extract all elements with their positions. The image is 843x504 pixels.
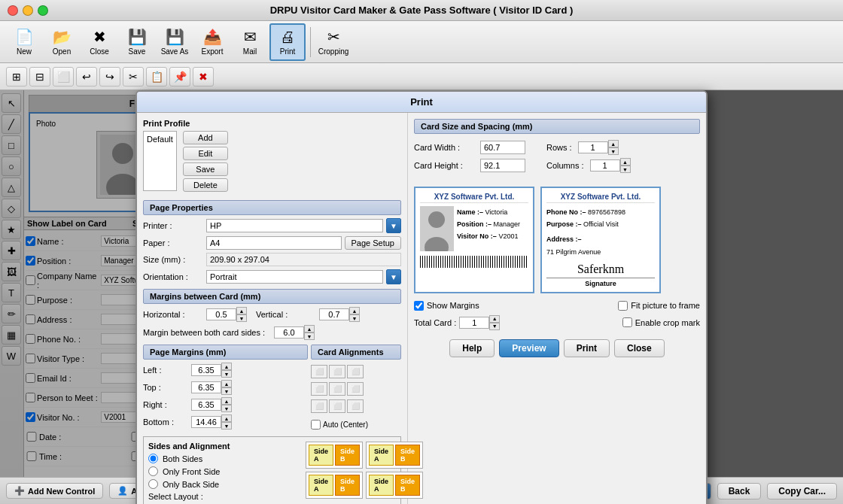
print-button[interactable]: 🖨 Print xyxy=(269,23,306,61)
fit-picture-check[interactable] xyxy=(618,301,628,311)
printer-input[interactable] xyxy=(206,219,383,232)
columns-up[interactable]: ▲ xyxy=(620,158,631,165)
redo-btn[interactable]: ↪ xyxy=(99,67,120,87)
top-down[interactable]: ▼ xyxy=(221,387,232,395)
delete-profile-btn[interactable]: Delete xyxy=(183,178,228,192)
vertical-down[interactable]: ▼ xyxy=(349,314,360,322)
printer-label: Printer : xyxy=(143,221,203,230)
align-tl[interactable]: ⬜ xyxy=(311,365,327,378)
margin-both-input[interactable] xyxy=(274,326,304,339)
edit-profile-btn[interactable]: Edit xyxy=(183,147,228,160)
align-bl[interactable]: ⬜ xyxy=(311,399,327,413)
undo-btn[interactable]: ↩ xyxy=(76,67,97,87)
new-button[interactable]: 📄 New xyxy=(6,23,42,61)
tab-copy-card[interactable]: Copy Car... xyxy=(767,483,837,499)
print-action-btn[interactable]: Print xyxy=(564,339,610,357)
layout-btn[interactable]: ⊞ xyxy=(6,67,27,87)
top-input[interactable] xyxy=(191,381,221,393)
bottom-down[interactable]: ▼ xyxy=(221,422,232,430)
cut-btn[interactable]: ✂ xyxy=(123,67,144,87)
titlebar: DRPU Visitor Card Maker & Gate Pass Soft… xyxy=(0,0,843,21)
layout-thumb-1[interactable]: Side A Side B xyxy=(306,442,363,469)
right-down[interactable]: ▼ xyxy=(221,405,232,412)
cropping-button[interactable]: ✂ Cropping xyxy=(315,23,352,61)
card-width-input[interactable] xyxy=(480,141,525,154)
columns-down[interactable]: ▼ xyxy=(620,165,631,173)
open-button[interactable]: 📂 Open xyxy=(44,23,80,61)
save-profile-btn[interactable]: Save xyxy=(183,162,228,176)
align-br[interactable]: ⬜ xyxy=(347,399,364,413)
align-tc[interactable]: ⬜ xyxy=(329,365,345,378)
margin-both-down[interactable]: ▼ xyxy=(304,332,315,340)
margin-both-up[interactable]: ▲ xyxy=(304,325,315,332)
mail-button[interactable]: ✉ Mail xyxy=(232,23,268,61)
card-height-input[interactable] xyxy=(480,159,525,172)
tab-back[interactable]: Back xyxy=(717,483,762,499)
horizontal-down[interactable]: ▼ xyxy=(236,314,247,322)
add-profile-btn[interactable]: Add xyxy=(183,131,228,144)
page-margins-section: Page Margins (mm) Card Alignments Left : xyxy=(143,345,401,432)
export-button[interactable]: 📤 Export xyxy=(194,23,230,61)
align-mc[interactable]: ⬜ xyxy=(329,382,345,396)
copy-btn[interactable]: 📋 xyxy=(146,67,167,87)
preview-btn[interactable]: Preview xyxy=(499,339,558,357)
close-label: Close xyxy=(90,47,109,56)
layout-thumb-3[interactable]: Side A Side B xyxy=(306,472,363,499)
close-btn[interactable]: Close xyxy=(614,339,665,357)
orientation-input[interactable] xyxy=(206,270,383,284)
paper-input[interactable] xyxy=(206,236,342,250)
left-down[interactable]: ▼ xyxy=(221,370,232,378)
vertical-up[interactable]: ▲ xyxy=(349,307,360,314)
align-btn[interactable]: ⬜ xyxy=(53,67,74,87)
window-min-btn[interactable] xyxy=(23,5,33,16)
right-margin-row: Right : ▲ ▼ xyxy=(143,397,308,412)
save-as-button[interactable]: 💾 Save As xyxy=(157,23,193,61)
auto-center-check[interactable] xyxy=(311,420,321,430)
rows-up[interactable]: ▲ xyxy=(608,140,619,147)
align-ml[interactable]: ⬜ xyxy=(311,382,327,396)
left-up[interactable]: ▲ xyxy=(221,363,232,370)
rows-down[interactable]: ▼ xyxy=(608,147,619,155)
save-button[interactable]: 💾 Save xyxy=(119,23,155,61)
columns-input[interactable] xyxy=(590,159,620,172)
add-control-btn[interactable]: ➕ Add New Control xyxy=(6,483,103,499)
paste-btn[interactable]: 📌 xyxy=(169,67,190,87)
rows-input[interactable] xyxy=(578,141,608,153)
align-mr[interactable]: ⬜ xyxy=(347,382,364,396)
preview-back-title: XYZ Software Pvt. Ltd. xyxy=(546,193,655,203)
bottom-input[interactable] xyxy=(191,416,221,428)
right-up[interactable]: ▲ xyxy=(221,397,232,405)
vertical-input[interactable] xyxy=(319,308,349,320)
right-input[interactable] xyxy=(191,399,221,411)
show-margins-check[interactable] xyxy=(414,301,424,311)
orientation-dropdown-btn[interactable]: ▼ xyxy=(386,269,401,284)
window-close-btn[interactable] xyxy=(8,5,18,16)
horizontal-input[interactable] xyxy=(206,308,236,320)
radio-front-input[interactable] xyxy=(148,466,158,476)
horizontal-up[interactable]: ▲ xyxy=(236,307,247,314)
printer-dropdown-btn[interactable]: ▼ xyxy=(386,218,401,233)
grid-btn[interactable]: ⊟ xyxy=(29,67,50,87)
enable-crop-check[interactable] xyxy=(622,317,632,327)
page-setup-btn[interactable]: Page Setup xyxy=(345,236,402,250)
new-label: New xyxy=(17,47,32,56)
mail-icon: ✉ xyxy=(244,28,257,46)
window-max-btn[interactable] xyxy=(38,5,48,16)
card-width-row: Card Width : Rows : ▲ ▼ xyxy=(414,140,700,155)
bottom-up[interactable]: ▲ xyxy=(221,414,232,422)
radio-both-input[interactable] xyxy=(148,454,158,463)
total-card-down[interactable]: ▼ xyxy=(489,323,500,330)
total-card-up[interactable]: ▲ xyxy=(489,315,500,323)
help-btn[interactable]: Help xyxy=(449,339,495,357)
delete-btn[interactable]: ✖ xyxy=(193,67,214,87)
profile-default[interactable]: Default xyxy=(147,135,173,144)
align-tr[interactable]: ⬜ xyxy=(347,365,364,378)
layout-thumbs-grid: Side A Side B Side A Side B Side A xyxy=(306,442,396,499)
top-up[interactable]: ▲ xyxy=(221,380,232,387)
page-properties-section: Page Properties Printer : ▼ Paper : Page… xyxy=(143,200,401,284)
align-bc[interactable]: ⬜ xyxy=(329,399,345,413)
radio-back-input[interactable] xyxy=(148,479,158,489)
close-button[interactable]: ✖ Close xyxy=(81,23,117,61)
left-input[interactable] xyxy=(191,364,221,376)
total-card-input[interactable] xyxy=(459,317,489,329)
